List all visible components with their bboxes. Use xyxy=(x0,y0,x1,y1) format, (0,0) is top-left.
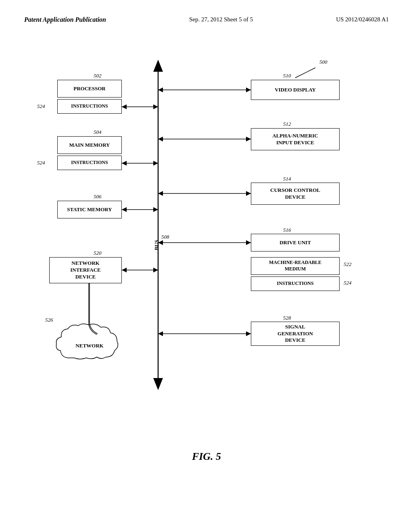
svg-marker-28 xyxy=(246,240,251,245)
ref-500: 500 xyxy=(319,59,327,65)
network-label: NETWORK xyxy=(53,343,126,349)
svg-marker-9 xyxy=(158,87,163,92)
ref-512: 512 xyxy=(283,121,291,127)
svg-marker-6 xyxy=(122,104,127,109)
figure-caption: FIG. 5 xyxy=(24,451,389,463)
ref-524-2: 524 xyxy=(37,160,45,166)
header-patent-number: US 2012/0246028 A1 xyxy=(336,16,389,23)
svg-marker-31 xyxy=(246,331,251,336)
ref-514: 514 xyxy=(283,176,291,182)
svg-marker-10 xyxy=(246,87,251,92)
ref-520: 520 xyxy=(94,250,102,256)
ref-502: 502 xyxy=(94,73,102,79)
svg-marker-21 xyxy=(158,191,163,196)
ref-506: 506 xyxy=(94,193,102,200)
svg-line-4 xyxy=(295,68,315,78)
ref-524-3: 524 xyxy=(344,280,352,286)
patent-diagram: BUS xyxy=(33,48,380,443)
svg-marker-27 xyxy=(158,240,163,245)
svg-marker-16 xyxy=(246,137,251,141)
ref-524-1: 524 xyxy=(37,103,45,110)
processor-box: PROCESSOR xyxy=(57,80,122,98)
instructions-box-3: INSTRUCTIONS xyxy=(251,276,340,291)
svg-marker-2 xyxy=(153,378,163,390)
network-interface-box: NETWORK INTERFACE DEVICE xyxy=(49,257,122,283)
ref-508: 508 xyxy=(161,234,169,240)
header-publication-label: Patent Application Publication xyxy=(24,16,106,23)
page: Patent Application Publication Sep. 27, … xyxy=(0,0,413,532)
svg-text:BUS: BUS xyxy=(153,240,159,250)
ref-526: 526 xyxy=(45,317,53,323)
svg-marker-13 xyxy=(153,161,158,166)
svg-marker-7 xyxy=(153,104,158,109)
ref-528: 528 xyxy=(283,315,291,321)
header-date-sheet: Sep. 27, 2012 Sheet 5 of 5 xyxy=(189,16,253,23)
signal-generation-box: SIGNAL GENERATION DEVICE xyxy=(251,322,340,346)
video-display-box: VIDEO DISPLAY xyxy=(251,80,340,100)
alpha-numeric-box: ALPHA-NUMERIC INPUT DEVICE xyxy=(251,128,340,150)
svg-marker-19 xyxy=(153,207,158,212)
ref-504: 504 xyxy=(94,129,102,135)
drive-unit-box: DRIVE UNIT xyxy=(251,234,340,251)
static-memory-box: STATIC MEMORY xyxy=(57,201,122,218)
main-memory-box: MAIN MEMORY xyxy=(57,136,122,154)
page-header: Patent Application Publication Sep. 27, … xyxy=(24,16,389,23)
svg-marker-15 xyxy=(158,137,163,141)
svg-marker-1 xyxy=(153,60,163,72)
instructions-box-1: INSTRUCTIONS xyxy=(57,99,122,114)
ref-510: 510 xyxy=(283,73,291,79)
svg-marker-12 xyxy=(122,161,127,166)
ref-522: 522 xyxy=(344,261,352,268)
cursor-control-box: CURSOR CONTROL DEVICE xyxy=(251,183,340,205)
svg-marker-25 xyxy=(153,268,158,272)
network-cloud: NETWORK xyxy=(53,322,126,370)
svg-marker-24 xyxy=(122,268,127,272)
svg-marker-22 xyxy=(246,191,251,196)
machine-readable-box: MACHINE-READABLE MEDIUM xyxy=(251,257,340,275)
svg-marker-18 xyxy=(122,207,127,212)
instructions-box-2: INSTRUCTIONS xyxy=(57,156,122,170)
ref-516: 516 xyxy=(283,227,291,233)
svg-marker-30 xyxy=(158,331,163,336)
